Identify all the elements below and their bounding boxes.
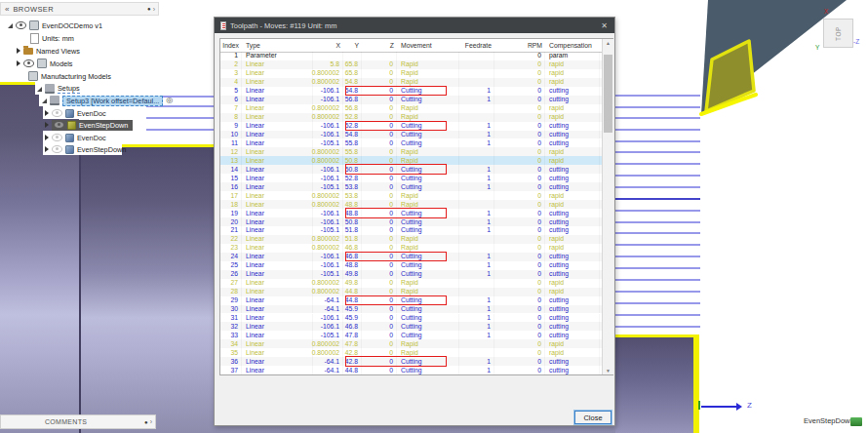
close-button[interactable]: Close [574,411,612,424]
comments-menu-icon[interactable]: ● [144,419,148,425]
table-row[interactable]: 27Linear0.80000249.80Rapid0rapid [220,279,602,288]
cell-z: 0 [362,270,397,279]
cell-rpm: 0 [494,156,545,165]
expand-open-triangle-icon[interactable] [42,98,47,103]
table-row[interactable]: 34Linear0.80000247.80Rapid0rapid [220,339,602,348]
cell-rpm: 0 [494,348,545,357]
table-row[interactable]: 1Parameter0param [220,52,602,60]
expand-closed-triangle-icon[interactable] [17,60,20,66]
tree-item[interactable]: Setup3 [Work offset=Defaul...◎ [0,95,214,106]
table-row[interactable]: 31Linear-106.145.90Cutting10cutting [220,314,602,323]
cell-feedrate: 1 [459,131,494,139]
cell-z: 0 [362,217,397,226]
expand-open-triangle-icon[interactable] [37,87,42,92]
tree-item-content: Setup3 [Work offset=Defaul...◎ [42,95,173,106]
table-row[interactable]: 12Linear0.80000255.80Rapid0rapid [220,147,602,156]
table-row[interactable]: 30Linear-64.145.90Cutting10cutting [220,305,602,314]
tree-item[interactable]: EvenStepDown [0,143,214,155]
scroll-up-icon[interactable]: ▲ [603,40,613,46]
visibility-eye-icon[interactable] [54,121,64,129]
cell-rpm: 0 [494,261,545,270]
cell-movement [397,52,459,60]
visibility-eye-icon[interactable] [52,145,62,153]
expand-open-triangle-icon[interactable] [8,23,13,28]
cell-z: 0 [362,182,397,191]
panel-menu-icon[interactable]: ● [147,6,151,12]
cell-y: 53.8 [343,182,362,191]
cell-x: -106.1 [313,314,343,323]
cell-rpm: 0 [494,357,545,366]
cell-movement: Rapid [397,235,459,244]
comments-chevron-icon[interactable]: › [150,418,152,425]
table-row[interactable]: 16Linear-105.153.80Cutting10cutting [220,182,602,191]
table-scrollbar[interactable]: ▲ ▼ [602,39,613,374]
table-row[interactable]: 15Linear-106.152.80Cutting10cutting [220,174,602,182]
tree-item[interactable]: Named Views [0,45,214,57]
dialog-title-bar[interactable]: Toolpath - Moves: #119 Unit: mm ✕ [215,18,614,33]
cell-rpm: 0 [494,288,545,296]
table-row[interactable]: 21Linear-105.151.80Cutting10cutting [220,226,602,235]
expand-closed-triangle-icon[interactable] [17,48,20,54]
cell-z: 0 [362,69,397,78]
table-row[interactable]: 6Linear-106.156.80Cutting10cutting [220,96,602,104]
comments-bar[interactable]: COMMENTS ● › [0,414,156,429]
table-row[interactable]: 32Linear-106.146.80Cutting10cutting [220,322,602,331]
expand-closed-triangle-icon[interactable] [45,110,49,116]
cell-rpm: 0 [494,331,545,339]
close-icon[interactable]: ✕ [601,21,608,30]
cell-type: Linear [242,200,313,209]
toolpath-line [615,267,700,269]
table-row[interactable]: 3Linear0.80000265.80Rapid0rapid [220,69,602,78]
cell-rpm: 0 [494,113,545,122]
collapse-panel-icon[interactable]: « [5,5,9,14]
table-row[interactable]: 11Linear-105.155.80Cutting10cutting [220,139,602,148]
table-row[interactable]: 7Linear0.80000256.80Rapid0rapid [220,104,602,113]
cell-feedrate [459,78,494,87]
visibility-eye-icon[interactable] [23,59,34,67]
column-header: Feedrate [459,41,494,50]
tree-item[interactable]: Models [0,58,214,69]
table-row[interactable]: 37Linear-64.144.80Cutting10cutting [220,366,602,374]
table-row[interactable]: 17Linear0.80000253.80Rapid0rapid [220,191,602,200]
activate-target-icon[interactable]: ◎ [166,97,173,104]
column-header: X [313,41,343,50]
tree-item[interactable]: Manufacturing Models [0,70,214,82]
cell-feedrate: 1 [459,253,494,261]
tree-item[interactable]: Units: mm [0,32,214,44]
tree-item[interactable]: EvenStepDown [0,119,214,131]
visibility-eye-icon[interactable] [52,109,62,117]
scrollbar-thumb[interactable] [604,55,612,133]
cell-rpm: 0 [494,200,545,209]
expand-closed-triangle-icon[interactable] [45,146,49,152]
cell-kind: rapid [545,200,600,209]
table-row[interactable]: 25Linear-106.148.80Cutting10cutting [220,261,602,270]
cell-z [362,52,397,60]
cell-kind: cutting [545,131,600,139]
cell-z: 0 [362,322,397,331]
cell-x: -64.1 [313,296,343,305]
visibility-eye-icon[interactable] [16,21,26,29]
panel-chevron-icon[interactable]: › [153,6,155,13]
tree-item[interactable]: EvenDOCDemo v1 [0,20,214,31]
table-row[interactable]: 22Linear0.80000251.80Rapid0rapid [220,235,602,244]
table-row[interactable]: 26Linear-105.149.80Cutting10cutting [220,270,602,279]
view-cube[interactable]: TOP [823,19,853,48]
cell-index: 27 [220,279,242,288]
cell-x: -64.1 [313,357,343,366]
table-row[interactable]: 10Linear-106.154.80Cutting10cutting [220,131,602,139]
tree-item[interactable]: EvenDoc [0,107,214,119]
cell-index: 2 [220,60,242,69]
table-row[interactable]: 2Linear5.865.80Rapid0rapid [220,60,602,69]
visibility-eye-icon[interactable] [52,134,62,141]
table-row[interactable]: 20Linear-106.150.80Cutting10cutting [220,217,602,226]
expand-closed-triangle-icon[interactable] [45,122,49,128]
cell-feedrate: 1 [459,226,494,235]
scroll-down-icon[interactable]: ▼ [603,368,613,374]
browser-panel-header[interactable]: « BROWSER ● › [0,2,159,16]
cell-type: Linear [242,322,313,331]
cell-kind: cutting [545,331,600,339]
table-row[interactable]: 33Linear-105.147.80Cutting10cutting [220,331,602,339]
expand-closed-triangle-icon[interactable] [45,135,49,140]
cell-index: 23 [220,244,242,253]
cell-feedrate [459,200,494,209]
